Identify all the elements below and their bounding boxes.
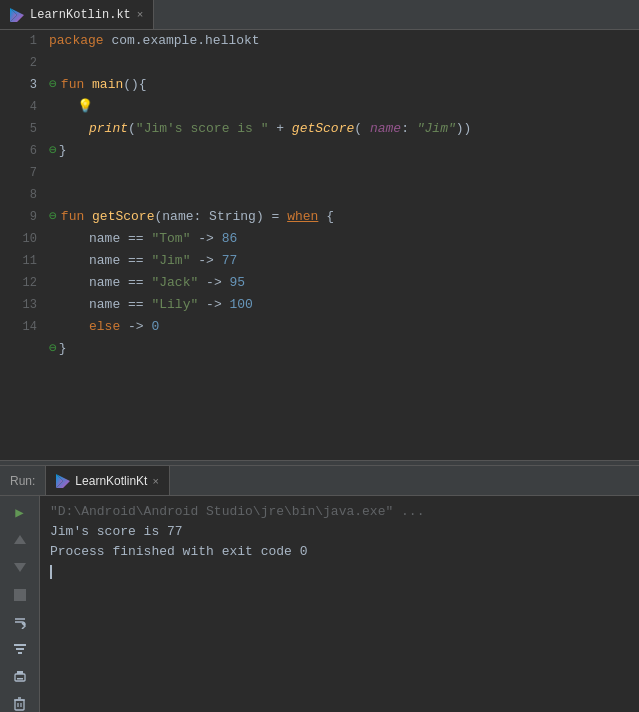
editor-tab-close[interactable]: ×: [137, 9, 144, 21]
print-icon: [13, 670, 27, 684]
function-name-getScore: getScore: [92, 206, 154, 228]
space3: [144, 228, 152, 250]
line-4: 4: [0, 96, 37, 118]
lightbulb-icon[interactable]: 💡: [77, 96, 93, 118]
space15: [120, 316, 128, 338]
paren-getScore-def-open: (: [154, 206, 162, 228]
run-trash-button[interactable]: [7, 693, 33, 712]
param-name-def: name: [162, 206, 193, 228]
code-content[interactable]: package com.example.hellokt ⊖ fun main (…: [45, 30, 639, 460]
run-output[interactable]: "D:\Android\Android Studio\jre\bin\java.…: [40, 496, 639, 712]
line-8: 8: [0, 184, 37, 206]
run-toolbar: ▶: [0, 496, 40, 712]
editor-tab-label: LearnKotlin.kt: [30, 8, 131, 22]
package-name: com.example.hellokt: [104, 30, 260, 52]
svg-rect-10: [15, 674, 25, 681]
var-name-jim: name: [89, 250, 120, 272]
paren-print-open: (: [128, 118, 136, 140]
filter-icon: [13, 642, 27, 656]
arrow-2: ->: [198, 250, 214, 272]
space8: [214, 250, 222, 272]
line-14: 14: [0, 316, 37, 338]
space7: [190, 250, 198, 272]
editor-tab-bar: LearnKotlin.kt ×: [0, 0, 639, 30]
cursor-blink: [50, 565, 52, 579]
run-down-button[interactable]: [7, 557, 33, 578]
run-stop-button[interactable]: [7, 584, 33, 605]
space-eq2: [120, 250, 128, 272]
op-plus: +: [268, 118, 291, 140]
run-up-button[interactable]: [7, 529, 33, 550]
run-content: ▶: [0, 496, 639, 712]
space-eq1: [120, 228, 128, 250]
fold-icon-close: ⊖: [49, 140, 57, 162]
code-line-7: [45, 162, 639, 184]
output-cmd-line: "D:\Android\Android Studio\jre\bin\java.…: [50, 502, 629, 522]
arrow-4: ->: [206, 294, 222, 316]
editor-area: 1 2 ▶ 3 4 5 6 7 8 9 10 11 12 13 14 packa…: [0, 30, 639, 460]
paren-close-print: )): [456, 118, 472, 140]
output-score-text: Jim's score is 77: [50, 524, 183, 539]
line-10: 10: [0, 228, 37, 250]
eq-sign: =: [264, 206, 287, 228]
line-9: 9: [0, 206, 37, 228]
var-name-tom: name: [89, 228, 120, 250]
svg-marker-5: [14, 563, 26, 572]
svg-rect-7: [14, 644, 26, 646]
line-7: 7: [0, 162, 37, 184]
run-wrap-button[interactable]: [7, 611, 33, 632]
code-line-3: ⊖ fun main (){: [45, 74, 639, 96]
brace-when-open: {: [326, 206, 334, 228]
run-label: Run:: [0, 474, 45, 488]
num-100: 100: [230, 294, 253, 316]
code-line-13: name == "Lily" -> 100: [45, 294, 639, 316]
run-tab-learnkotlinkt[interactable]: LearnKotlinKt ×: [45, 466, 169, 495]
output-exit-text: Process finished with exit code 0: [50, 544, 307, 559]
space: [84, 74, 92, 96]
output-cmd-text: "D:\Android\Android Studio\jre\bin\java.…: [50, 504, 424, 519]
code-line-12: name == "Jack" -> 95: [45, 272, 639, 294]
kotlin-icon: [10, 8, 24, 22]
keyword-when: when: [287, 206, 318, 228]
code-line-14: else -> 0: [45, 316, 639, 338]
svg-rect-11: [17, 671, 23, 674]
fold-icon-main: ⊖: [49, 74, 57, 96]
arrow-5: ->: [128, 316, 144, 338]
code-line-16: [45, 360, 639, 382]
str-lily: "Lily": [151, 294, 198, 316]
run-filter-button[interactable]: [7, 639, 33, 660]
down-icon: [13, 560, 27, 574]
str-jim2: "Jim": [151, 250, 190, 272]
output-line2: Process finished with exit code 0: [50, 542, 629, 562]
svg-marker-4: [14, 535, 26, 544]
run-tab-label: LearnKotlinKt: [75, 474, 147, 488]
space13: [198, 294, 206, 316]
arrow-1: ->: [198, 228, 214, 250]
type-string: String: [209, 206, 256, 228]
space-when: [318, 206, 326, 228]
space11: [222, 272, 230, 294]
run-print-button[interactable]: [7, 666, 33, 687]
code-line-2: [45, 52, 639, 74]
trash-icon: [13, 697, 26, 711]
run-play-button[interactable]: ▶: [7, 502, 33, 523]
keyword-package: package: [49, 30, 104, 52]
keyword-else: else: [89, 316, 120, 338]
func-getScore-call: getScore: [292, 118, 354, 140]
var-name-jack: name: [89, 272, 120, 294]
func-print: print: [89, 118, 128, 140]
run-tab-bar: Run: LearnKotlinKt ×: [0, 466, 639, 496]
str-jack: "Jack": [151, 272, 198, 294]
svg-rect-9: [18, 652, 22, 654]
paren-getScore-def-close: ): [256, 206, 264, 228]
fold-icon-getScore: ⊖: [49, 206, 57, 228]
code-line-10: name == "Tom" -> 86: [45, 228, 639, 250]
stop-icon: [14, 589, 26, 601]
line-12: 12: [0, 272, 37, 294]
run-tab-close[interactable]: ×: [152, 475, 158, 487]
editor-tab-learnkotlin[interactable]: LearnKotlin.kt ×: [0, 0, 154, 29]
eq-eq-4: ==: [128, 294, 144, 316]
space4: [190, 228, 198, 250]
paren-open: (){: [123, 74, 146, 96]
code-line-9: ⊖ fun getScore ( name : String ) = when …: [45, 206, 639, 228]
